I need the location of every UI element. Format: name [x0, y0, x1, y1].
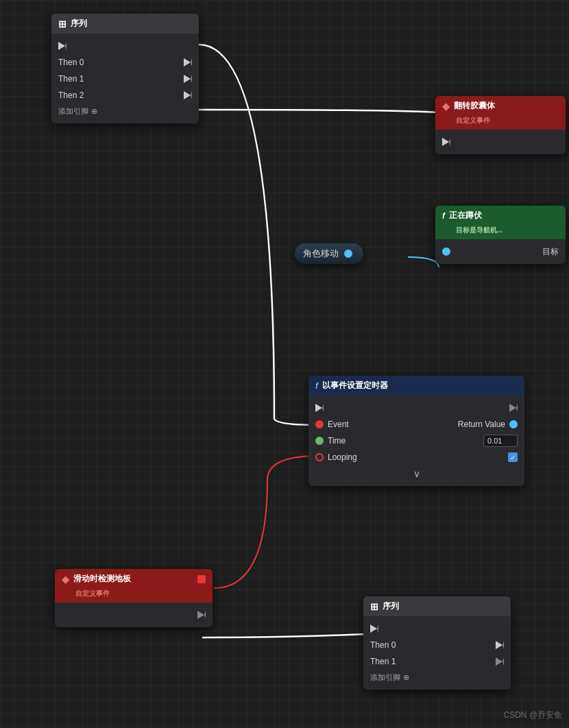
- timer-expand-icon: ∨: [413, 468, 420, 479]
- timer-time-label: Time: [328, 436, 346, 446]
- crouch-target-label: 目标: [542, 246, 559, 258]
- slide-red-square: [197, 575, 206, 583]
- timer-time-pin: [315, 437, 324, 445]
- sequence-top-title: 序列: [71, 18, 87, 29]
- seq-bot-then0-row: Then 0: [363, 637, 511, 653]
- sequence-then1-row: Then 1: [51, 71, 199, 87]
- sequence-then2-row: Then 2: [51, 87, 199, 104]
- flip-body: [435, 130, 566, 154]
- sequence-bot-body: Then 0 Then 1 添加引脚 ⊕: [363, 616, 511, 690]
- timer-exec-in: [315, 404, 324, 412]
- timer-return-label: Return Value: [458, 420, 505, 429]
- flip-icon: ◆: [442, 101, 450, 112]
- sequence-top-header: ⊞ 序列: [51, 14, 199, 34]
- move-node: 角色移动: [295, 243, 363, 264]
- slide-subtitle: 自定义事件: [62, 589, 110, 598]
- timer-looping-checkbox[interactable]: ✓: [508, 452, 518, 462]
- then1-label: Then 1: [58, 74, 84, 84]
- flip-exec-pin: [442, 138, 450, 146]
- seq-bot-exec-in: [370, 624, 378, 633]
- timer-header: f 以事件设置定时器: [308, 376, 524, 396]
- then1-pin: [184, 75, 192, 83]
- slide-node: ◆ 滑动时检测地板 自定义事件: [55, 569, 213, 627]
- seq-bot-add-pin-label: 添加引脚: [370, 672, 400, 683]
- slide-exec-out: [197, 611, 206, 619]
- sequence-node-top: ⊞ 序列 Then 0 Then 1 Then 2 添加引脚 ⊕: [51, 14, 199, 123]
- seq-bot-then1-label: Then 1: [370, 657, 396, 666]
- slide-header: ◆ 滑动时检测地板 自定义事件: [55, 569, 213, 603]
- seq-bot-add-pin-icon: ⊕: [403, 673, 409, 682]
- sequence-node-bot: ⊞ 序列 Then 0 Then 1 添加引脚 ⊕: [363, 596, 511, 690]
- crouch-target-row: 目标: [435, 243, 566, 260]
- timer-event-row: Event Return Value: [308, 416, 524, 433]
- watermark: CSDN @乔安鱼: [503, 709, 562, 721]
- flip-exec-row: [435, 134, 566, 150]
- crouch-icon: f: [442, 211, 445, 221]
- crouch-target-pin: [442, 247, 450, 256]
- flip-node: ◆ 翻转胶囊体 自定义事件: [435, 96, 566, 154]
- sequence-bot-title: 序列: [383, 600, 399, 612]
- seq-bot-then1-pin: [496, 657, 504, 666]
- timer-title: 以事件设置定时器: [322, 380, 388, 391]
- seq-bot-then0-pin: [496, 641, 504, 649]
- move-label: 角色移动: [303, 247, 339, 260]
- then0-label: Then 0: [58, 58, 84, 67]
- crouch-body: 目标: [435, 239, 566, 264]
- crouch-title: 正在蹲伏: [449, 210, 482, 221]
- timer-node: f 以事件设置定时器 Event Return Value Time: [308, 376, 524, 486]
- sequence-bot-icon: ⊞: [370, 601, 378, 612]
- timer-looping-pin: [315, 453, 324, 461]
- exec-in-pin: [58, 42, 66, 50]
- flip-subtitle: 自定义事件: [442, 116, 490, 125]
- then2-pin: [184, 91, 192, 99]
- timer-time-input[interactable]: [483, 435, 518, 447]
- flip-header: ◆ 翻转胶囊体 自定义事件: [435, 96, 566, 130]
- seq-bot-exec-row: [363, 620, 511, 637]
- sequence-top-exec-row: [51, 38, 199, 54]
- timer-event-label: Event: [328, 420, 349, 429]
- watermark-text: CSDN @乔安鱼: [503, 710, 562, 720]
- slide-exec-row: [55, 607, 213, 623]
- sequence-then0-row: Then 0: [51, 54, 199, 71]
- add-pin-label: 添加引脚: [58, 106, 88, 117]
- seq-bot-add-pin-btn[interactable]: 添加引脚 ⊕: [363, 670, 511, 685]
- crouch-node: f 正在蹲伏 目标是导航机... 目标: [435, 206, 566, 264]
- timer-body: Event Return Value Time Looping ✓ ∨: [308, 396, 524, 486]
- sequence-top-body: Then 0 Then 1 Then 2 添加引脚 ⊕: [51, 34, 199, 123]
- timer-icon: f: [315, 381, 318, 391]
- sequence-top-icon: ⊞: [58, 19, 66, 29]
- timer-return-pin: [509, 420, 518, 428]
- timer-exec-out: [509, 404, 518, 412]
- then2-label: Then 2: [58, 90, 84, 100]
- crouch-header: f 正在蹲伏 目标是导航机...: [435, 206, 566, 239]
- flip-title: 翻转胶囊体: [454, 100, 495, 112]
- then0-pin: [184, 58, 192, 66]
- slide-icon: ◆: [62, 574, 69, 585]
- add-pin-button[interactable]: 添加引脚 ⊕: [51, 104, 199, 119]
- seq-bot-then0-label: Then 0: [370, 640, 396, 650]
- timer-exec-row: [308, 400, 524, 416]
- crouch-subtitle: 目标是导航机...: [442, 226, 503, 235]
- move-output-pin: [344, 250, 352, 258]
- sequence-bot-header: ⊞ 序列: [363, 596, 511, 616]
- timer-expand-btn[interactable]: ∨: [308, 465, 524, 482]
- add-pin-icon: ⊕: [91, 107, 97, 116]
- timer-looping-label: Looping: [328, 452, 357, 462]
- seq-bot-then1-row: Then 1: [363, 653, 511, 670]
- timer-looping-row: Looping ✓: [308, 449, 524, 465]
- timer-event-pin: [315, 420, 324, 428]
- slide-title: 滑动时检测地板: [73, 573, 131, 585]
- slide-body: [55, 603, 213, 627]
- timer-time-row: Time: [308, 433, 524, 449]
